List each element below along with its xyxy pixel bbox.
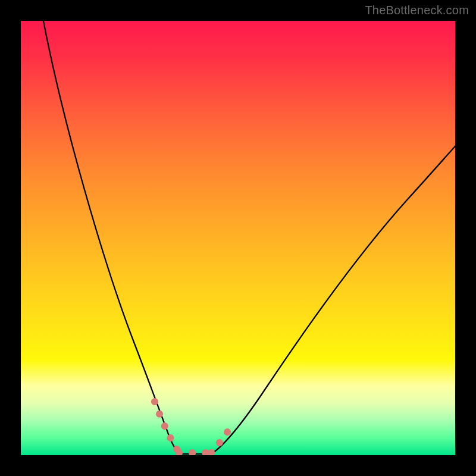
dotted-left-segment: [155, 402, 179, 453]
watermark-text: TheBottleneck.com: [365, 4, 469, 17]
right-bottleneck-curve: [211, 140, 455, 454]
plot-area: [21, 21, 455, 455]
dotted-right-segment: [211, 422, 234, 453]
left-bottleneck-curve: [42, 21, 179, 454]
chart-frame: TheBottleneck.com: [0, 0, 476, 476]
curve-layer: [21, 21, 455, 455]
